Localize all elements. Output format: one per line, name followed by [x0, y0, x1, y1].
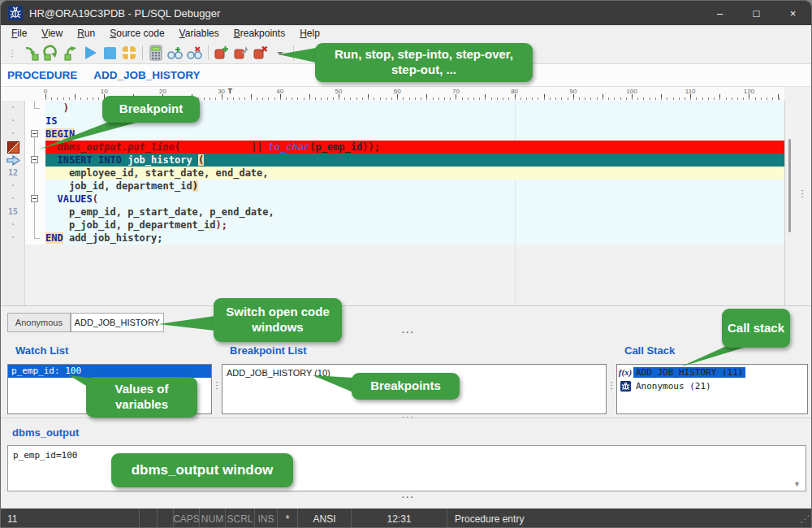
status-empty	[139, 509, 157, 528]
ruler-label: 20	[159, 88, 166, 95]
editor-right-splitter-handle[interactable]: ···	[800, 188, 805, 198]
callout-callstack: Call stack	[722, 309, 790, 348]
tab-anonymous[interactable]: Anonymous	[7, 313, 71, 332]
status-procedure-entry: Procedure entry	[447, 509, 798, 528]
collapse-minus-icon[interactable]	[31, 195, 38, 202]
menu-item-help[interactable]: Help	[292, 26, 327, 41]
gutter-cell[interactable]: ·	[1, 219, 25, 232]
minimize-button[interactable]: –	[702, 1, 738, 25]
code-line[interactable]: · job_id, department_id)	[1, 180, 784, 193]
step-into-icon[interactable]	[22, 43, 41, 63]
gutter-cell[interactable]: ·	[1, 232, 25, 245]
call-stack-item[interactable]: f(x)ADD_JOB_HISTORY (11)	[617, 366, 807, 379]
callout-watch: Values of variables	[86, 377, 197, 418]
menu-item-file[interactable]: File	[4, 26, 34, 41]
breakpoint-toggle-icon[interactable]	[231, 43, 251, 63]
status-bar: 11CAPSNUMSCRLINS*ANSI12:31Procedure entr…	[1, 509, 811, 528]
gutter-cell[interactable]: ·	[1, 180, 25, 193]
execution-pointer[interactable]	[1, 154, 25, 167]
step-over-icon[interactable]	[41, 43, 61, 63]
tab-add_job_history[interactable]: ADD_JOB_HISTORY	[71, 313, 164, 332]
code-text[interactable]: VALUES(	[45, 193, 784, 206]
ruler-label: 30	[218, 88, 225, 95]
code-line[interactable]: · p_job_id, p_department_id);	[1, 219, 784, 232]
ruler-label: 90	[569, 88, 577, 95]
menu-item-view[interactable]: View	[34, 26, 70, 41]
stop-icon[interactable]	[100, 43, 119, 63]
menu-item-variables[interactable]: Variables	[172, 26, 227, 41]
code-line[interactable]: INSERT INTO job_history (	[1, 154, 784, 167]
ruler-label: 60	[394, 88, 401, 95]
code-line[interactable]: 12 employee_id, start_date, end_date,	[1, 167, 784, 180]
horizontal-splitter[interactable]: ···	[402, 331, 415, 335]
code-text[interactable]: END add_job_history;	[45, 232, 784, 245]
menu-item-run[interactable]: Run	[70, 26, 102, 41]
dropdown-icon[interactable]	[270, 43, 290, 63]
menu-item-breakpoints[interactable]: Breakpoints	[227, 26, 292, 41]
code-text[interactable]: employee_id, start_date, end_date,	[45, 167, 784, 180]
code-text[interactable]: dbms_output.put_line('p_emp_id=' || to_c…	[45, 141, 784, 154]
breakpoint-remove-icon[interactable]	[251, 43, 270, 63]
collapse-minus-icon[interactable]	[31, 130, 38, 137]
run-icon[interactable]	[80, 43, 100, 63]
menu-item-source-code[interactable]: Source code	[102, 26, 171, 41]
code-text[interactable]: job_id, department_id)	[45, 180, 784, 193]
gutter-cell[interactable]: ·	[1, 102, 25, 115]
code-text[interactable]: BEGIN	[45, 128, 784, 141]
fold-gutter-cell	[25, 167, 45, 180]
watch-add-icon[interactable]	[166, 43, 185, 63]
fold-toggle[interactable]	[25, 128, 45, 141]
close-button[interactable]: ×	[775, 1, 811, 25]
line-number[interactable]: 12	[1, 167, 25, 180]
code-line[interactable]: ·END add_job_history;	[1, 232, 784, 245]
fold-gutter-cell	[25, 232, 45, 245]
call-stack-title: Call Stack	[624, 344, 675, 357]
gutter-cell[interactable]: ·	[1, 115, 25, 128]
tab-stop-marker: T	[228, 87, 233, 95]
editor-vertical-scrollbar[interactable]	[788, 139, 791, 232]
debugger-bug-icon	[8, 6, 23, 20]
fold-toggle[interactable]	[25, 154, 45, 167]
gutter-cell[interactable]: ·	[1, 193, 25, 206]
code-line[interactable]: · VALUES(	[1, 193, 784, 206]
fold-gutter-cell	[25, 180, 45, 193]
output-bottom-splitter[interactable]: ···	[402, 496, 415, 500]
breakpoint-marker[interactable]	[1, 141, 25, 154]
scroll-down-icon[interactable]: ▼	[793, 480, 801, 488]
watch-remove-icon[interactable]	[185, 43, 205, 63]
line-number[interactable]: 15	[1, 206, 25, 219]
gutter-cell[interactable]: ·	[1, 128, 25, 141]
fold-toggle[interactable]	[25, 193, 45, 206]
code-editor[interactable]: ··· · )·IS·BEGIN dbms_output.put_line('p…	[1, 101, 812, 305]
status-caps: CAPS	[173, 509, 199, 528]
call-stack-item[interactable]: Anonymous (21)	[617, 379, 807, 392]
code-line[interactable]: dbms_output.put_line('p_emp_id=' || to_c…	[1, 141, 784, 154]
code-text[interactable]: p_emp_id, p_start_date, p_end_date,	[45, 206, 784, 219]
dbms-output-title: dbms_output	[12, 426, 79, 439]
ruler-label: 110	[685, 88, 696, 95]
status--: *	[277, 509, 297, 528]
watch-splitter-handle[interactable]: ···	[214, 380, 219, 390]
object-name-label: ADD_JOB_HISTORY	[93, 69, 200, 81]
callstack-splitter-handle[interactable]: ···	[609, 380, 614, 390]
fold-gutter-cell	[25, 115, 45, 128]
callout-toolbar: Run, stop, step-into, step-over, step-ou…	[315, 43, 533, 82]
resize-grip[interactable]: ⋰	[798, 509, 811, 528]
code-line[interactable]: ·BEGIN	[1, 128, 784, 141]
object-type-label: PROCEDURE	[7, 69, 77, 81]
code-line[interactable]: 15 p_emp_id, p_start_date, p_end_date,	[1, 206, 784, 219]
toolbar-separator	[293, 45, 294, 60]
maximize-button[interactable]: □	[738, 1, 775, 25]
status-scrl: SCRL	[225, 509, 254, 528]
breakpoint-add-icon[interactable]	[212, 43, 231, 63]
call-stack-frame-label[interactable]: Anonymous (21)	[633, 381, 714, 392]
call-stack-list[interactable]: f(x)ADD_JOB_HISTORY (11)Anonymous (21)	[616, 364, 808, 414]
step-out-icon[interactable]	[61, 43, 80, 63]
watch-item[interactable]: p_emp_id: 100	[8, 365, 211, 378]
break-icon[interactable]	[119, 43, 139, 63]
code-text[interactable]: p_job_id, p_department_id);	[45, 219, 784, 232]
calculator-icon[interactable]	[146, 43, 166, 63]
collapse-minus-icon[interactable]	[31, 156, 38, 163]
call-stack-frame-label[interactable]: ADD_JOB_HISTORY (11)	[633, 367, 745, 378]
code-text[interactable]: INSERT INTO job_history (	[45, 154, 784, 167]
